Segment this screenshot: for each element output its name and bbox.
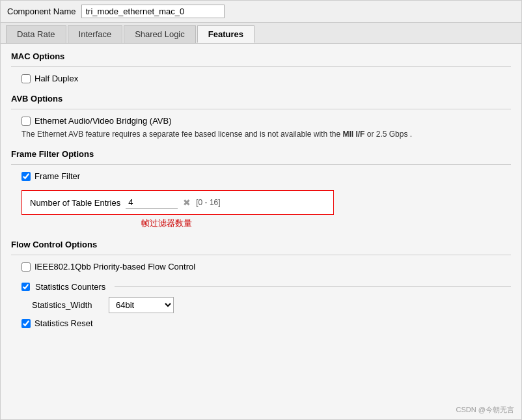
ieee-checkbox[interactable]: [21, 262, 31, 272]
stats-width-row: Statistics_Width 64bit 32bit: [32, 297, 511, 313]
frame-filter-title: Frame Filter Options: [11, 149, 511, 159]
stats-counters-label: Statistics Counters: [35, 282, 105, 292]
mac-options-section: MAC Options Half Duplex: [11, 51, 511, 83]
mac-options-divider: [11, 66, 511, 67]
avb-options-title: AVB Options: [11, 94, 511, 104]
half-duplex-checkbox[interactable]: [21, 74, 31, 83]
component-name-input[interactable]: [81, 5, 225, 18]
frame-filter-checkbox[interactable]: [21, 172, 31, 181]
avb-options-divider: [11, 109, 511, 109]
main-window: Component Name Data Rate Interface Share…: [0, 0, 522, 420]
ieee-label: IEEE802.1Qbb Priority-based Flow Control: [34, 262, 195, 272]
frame-filter-checkbox-row: Frame Filter: [21, 171, 511, 181]
range-hint: [0 - 16]: [196, 198, 220, 207]
avb-checkbox-label: Ethernet Audio/Video Bridging (AVB): [34, 116, 172, 126]
tab-interface[interactable]: Interface: [68, 25, 123, 43]
table-entries-input[interactable]: [126, 196, 178, 209]
clear-icon[interactable]: ✖: [183, 197, 191, 208]
stats-counters-checkbox[interactable]: [21, 283, 30, 291]
stats-counters-row: Statistics Counters: [21, 282, 511, 292]
stats-reset-label: Statistics Reset: [34, 318, 93, 328]
flow-control-section: Flow Control Options IEEE802.1Qbb Priori…: [11, 240, 511, 272]
stats-line: [115, 287, 511, 287]
table-entries-label: Number of Table Entries: [30, 198, 120, 208]
tab-features[interactable]: Features: [197, 25, 254, 43]
ieee-checkbox-row: IEEE802.1Qbb Priority-based Flow Control: [21, 262, 511, 272]
stats-width-select[interactable]: 64bit 32bit: [109, 297, 174, 313]
half-duplex-label: Half Duplex: [34, 74, 78, 83]
half-duplex-row: Half Duplex: [21, 74, 511, 83]
chinese-tooltip: 帧过滤器数量: [141, 217, 511, 229]
flow-control-divider: [11, 255, 511, 255]
avb-options-section: AVB Options Ethernet Audio/Video Bridgin…: [11, 94, 511, 139]
tab-shared-logic[interactable]: Shared Logic: [124, 25, 196, 43]
frame-filter-label: Frame Filter: [34, 171, 80, 181]
content-area: MAC Options Half Duplex AVB Options Ethe…: [1, 44, 521, 419]
frame-filter-section: Frame Filter Options Frame Filter Number…: [11, 149, 511, 229]
stats-width-label: Statistics_Width: [32, 300, 103, 310]
component-name-label: Component Name: [7, 7, 76, 16]
avb-note: The Ethernet AVB feature requires a sepa…: [21, 130, 511, 139]
frame-filter-divider: [11, 164, 511, 165]
stats-reset-row: Statistics Reset: [21, 318, 511, 328]
tab-data-rate[interactable]: Data Rate: [6, 25, 66, 43]
frame-filter-box: Number of Table Entries ✖ [0 - 16]: [21, 190, 334, 215]
flow-control-title: Flow Control Options: [11, 240, 511, 249]
stats-reset-checkbox[interactable]: [21, 319, 31, 328]
tabs-bar: Data Rate Interface Shared Logic Feature…: [1, 23, 521, 44]
avb-checkbox[interactable]: [21, 117, 31, 126]
mac-options-title: MAC Options: [11, 51, 511, 61]
avb-checkbox-row: Ethernet Audio/Video Bridging (AVB): [21, 116, 511, 126]
watermark: CSDN @今朝无言: [456, 405, 514, 415]
avb-note-mii: MII I/F: [342, 130, 364, 139]
component-name-bar: Component Name: [1, 1, 521, 23]
statistics-section: Statistics Counters Statistics_Width 64b…: [11, 282, 511, 328]
